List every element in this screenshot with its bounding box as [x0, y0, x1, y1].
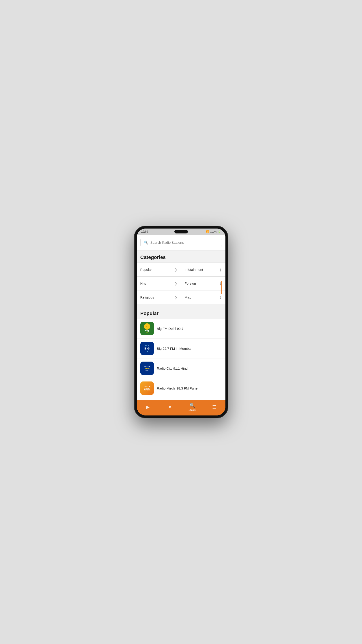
search-bar[interactable]: 🔍 [140, 238, 222, 247]
category-foreign[interactable]: Foreign ❯ [181, 276, 226, 290]
nav-list[interactable]: ☰ [203, 404, 226, 410]
station-name-3: Radio Mirchi 98.3 FM Pune [157, 386, 198, 390]
search-bar-container: 🔍 [137, 235, 226, 250]
station-logo-bigfm-mumbai: 92.7 BIG FM [140, 342, 154, 355]
bottom-nav: ▶ ♥ 🔍 Search ☰ [137, 400, 226, 416]
popular-section: Popular 92.7 big fm Big FM Delhi 92.7 [137, 306, 226, 400]
station-item-0[interactable]: 92.7 big fm Big FM Delhi 92.7 [137, 319, 226, 338]
station-item-3[interactable]: 98.3 FM RADIO MIRCHI Radio Mirchi 98.3 F… [137, 378, 226, 398]
popular-header: Popular [137, 306, 226, 319]
categories-section: Categories Popular ❯ Infotainment ❯ Hits [137, 250, 226, 306]
category-hits[interactable]: Hits ❯ [137, 276, 181, 290]
battery-icon: 🔋 [218, 230, 221, 233]
station-name-1: Big 92.7 FM in Mumbai [157, 346, 192, 350]
category-popular[interactable]: Popular ❯ [137, 263, 181, 276]
scroll-indicator [221, 281, 222, 294]
status-time: 10:00 [141, 230, 148, 233]
phone-screen: 10:00 📶 100% 🔋 🔍 Categories [137, 228, 226, 416]
chevron-hits-icon: ❯ [175, 282, 177, 285]
categories-grid: Popular ❯ Infotainment ❯ Hits ❯ Foreign [137, 262, 226, 304]
chevron-popular-icon: ❯ [175, 268, 177, 272]
category-foreign-label: Foreign [185, 282, 196, 285]
category-infotainment-label: Infotainment [185, 268, 203, 272]
battery-label: 100% [210, 230, 217, 233]
nav-search[interactable]: 🔍 Search [181, 403, 203, 411]
popular-title: Popular [140, 310, 159, 316]
phone-frame: 10:00 📶 100% 🔋 🔍 Categories [134, 226, 228, 418]
chevron-infotainment-icon: ❯ [219, 268, 222, 272]
category-popular-label: Popular [140, 268, 152, 272]
camera-notch [174, 230, 188, 234]
app-content[interactable]: 🔍 Categories Popular ❯ Infotainment [137, 235, 226, 400]
category-religious-label: Religious [140, 296, 154, 299]
list-icon: ☰ [212, 404, 216, 410]
chevron-religious-icon: ❯ [175, 296, 177, 299]
chevron-misc-icon: ❯ [219, 296, 222, 299]
nav-favorites[interactable]: ♥ [159, 404, 181, 410]
search-nav-icon: 🔍 [190, 403, 195, 408]
category-infotainment[interactable]: Infotainment ❯ [181, 263, 226, 276]
station-logo-radiocity: 91.1 FM Radio City [140, 362, 154, 375]
status-bar: 10:00 📶 100% 🔋 [137, 228, 226, 235]
category-hits-label: Hits [140, 282, 146, 285]
station-list: 92.7 big fm Big FM Delhi 92.7 92.7 [137, 319, 226, 400]
heart-icon: ♥ [168, 404, 171, 410]
nav-play[interactable]: ▶ [137, 404, 159, 410]
category-misc[interactable]: Misc ❯ [181, 290, 226, 304]
play-icon: ▶ [146, 404, 149, 410]
status-icons: 📶 100% 🔋 [206, 230, 221, 233]
search-nav-label: Search [189, 409, 196, 411]
search-input[interactable] [150, 240, 219, 244]
search-icon: 🔍 [144, 240, 148, 245]
station-logo-bigfm-delhi: 92.7 big fm [140, 322, 154, 335]
categories-title: Categories [140, 254, 166, 260]
wifi-icon: 📶 [206, 230, 209, 233]
category-religious[interactable]: Religious ❯ [137, 290, 181, 304]
station-item-4[interactable]: 92.7 big [137, 398, 226, 400]
station-logo-mirchi: 98.3 FM RADIO MIRCHI [140, 382, 154, 395]
station-name-0: Big FM Delhi 92.7 [157, 327, 184, 330]
category-misc-label: Misc [185, 296, 192, 299]
station-item-2[interactable]: 91.1 FM Radio City Radio City 91.1 Hindi [137, 358, 226, 378]
station-name-2: Radio City 91.1 Hindi [157, 366, 189, 370]
station-item-1[interactable]: 92.7 BIG FM Big 92.7 FM in Mumbai [137, 338, 226, 358]
categories-header: Categories [137, 250, 226, 262]
